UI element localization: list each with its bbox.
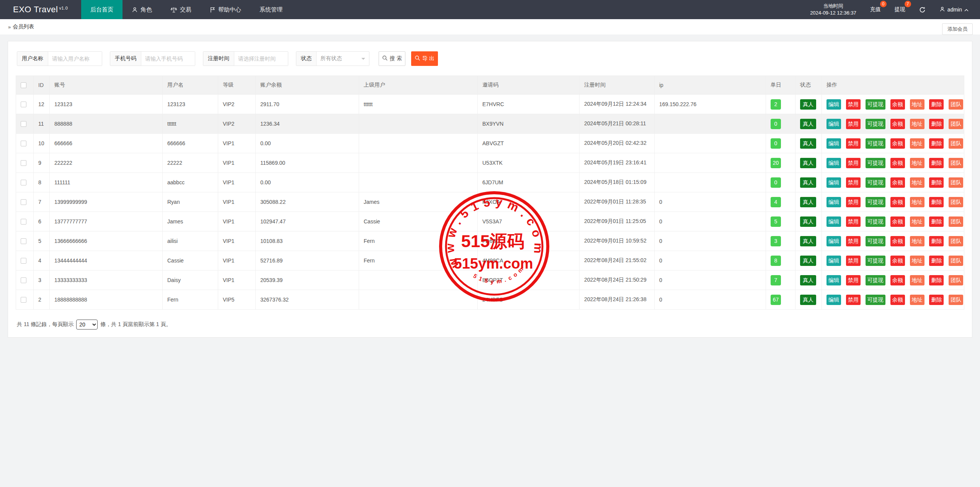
ban-button[interactable]: 禁用 [846,216,861,227]
page-size-select[interactable]: 20 [76,320,98,330]
balance-button[interactable]: 余额 [890,99,905,110]
withdrawable-button[interactable]: 可提现 [866,197,885,207]
balance-button[interactable]: 余额 [890,197,905,207]
row-checkbox[interactable] [21,238,26,244]
delete-button[interactable]: 删除 [929,275,944,285]
status-badge[interactable]: 真人 [800,216,816,227]
address-button[interactable]: 地址 [910,119,924,129]
ban-button[interactable]: 禁用 [846,256,861,266]
balance-button[interactable]: 余额 [890,295,905,305]
search-button[interactable]: 搜 索 [379,51,405,66]
phone-input[interactable] [141,52,195,66]
delete-button[interactable]: 删除 [929,119,944,129]
withdrawable-button[interactable]: 可提现 [866,177,885,188]
ban-button[interactable]: 禁用 [846,295,861,305]
balance-button[interactable]: 余额 [890,177,905,188]
team-button[interactable]: 团队 [949,295,963,305]
withdrawable-button[interactable]: 可提现 [866,158,885,168]
balance-button[interactable]: 余额 [890,256,905,266]
address-button[interactable]: 地址 [910,158,924,168]
balance-button[interactable]: 余额 [890,216,905,227]
balance-button[interactable]: 余额 [890,158,905,168]
withdrawable-button[interactable]: 可提现 [866,256,885,266]
balance-button[interactable]: 余额 [890,236,905,246]
team-button[interactable]: 团队 [949,197,963,207]
withdrawable-button[interactable]: 可提现 [866,236,885,246]
ban-button[interactable]: 禁用 [846,177,861,188]
delete-button[interactable]: 删除 [929,216,944,227]
edit-button[interactable]: 编辑 [826,158,841,168]
team-button[interactable]: 团队 [949,138,963,149]
row-checkbox[interactable] [21,219,26,225]
edit-button[interactable]: 编辑 [826,197,841,207]
address-button[interactable]: 地址 [910,295,924,305]
export-button[interactable]: 导 出 [411,51,438,66]
row-checkbox[interactable] [21,297,26,303]
nav-item-help-center[interactable]: 帮助中心 [201,0,250,19]
nav-item-system[interactable]: 系统管理 [250,0,292,19]
delete-button[interactable]: 删除 [929,256,944,266]
row-checkbox[interactable] [21,277,26,283]
delete-button[interactable]: 删除 [929,158,944,168]
status-badge[interactable]: 真人 [800,275,816,285]
edit-button[interactable]: 编辑 [826,177,841,188]
team-button[interactable]: 团队 [949,177,963,188]
withdrawable-button[interactable]: 可提现 [866,138,885,149]
nav-item-roles[interactable]: 角色 [122,0,161,19]
withdrawable-button[interactable]: 可提现 [866,119,885,129]
withdrawable-button[interactable]: 可提现 [866,275,885,285]
edit-button[interactable]: 编辑 [826,138,841,149]
team-button[interactable]: 团队 [949,158,963,168]
withdrawable-button[interactable]: 可提现 [866,295,885,305]
status-badge[interactable]: 真人 [800,197,816,207]
balance-button[interactable]: 余额 [890,275,905,285]
row-checkbox[interactable] [21,258,26,264]
balance-button[interactable]: 余额 [890,138,905,149]
status-badge[interactable]: 真人 [800,119,816,129]
address-button[interactable]: 地址 [910,275,924,285]
address-button[interactable]: 地址 [910,216,924,227]
row-checkbox[interactable] [21,199,26,205]
withdraw-link[interactable]: 提现 7 [895,6,905,13]
row-checkbox[interactable] [21,121,26,127]
status-badge[interactable]: 真人 [800,99,816,110]
delete-button[interactable]: 删除 [929,138,944,149]
team-button[interactable]: 团队 [949,275,963,285]
ban-button[interactable]: 禁用 [846,236,861,246]
recharge-link[interactable]: 充值 0 [870,6,881,13]
address-button[interactable]: 地址 [910,177,924,188]
delete-button[interactable]: 删除 [929,177,944,188]
user-menu[interactable]: admin [939,6,969,13]
status-badge[interactable]: 真人 [800,236,816,246]
balance-button[interactable]: 余额 [890,119,905,129]
ban-button[interactable]: 禁用 [846,138,861,149]
address-button[interactable]: 地址 [910,197,924,207]
status-badge[interactable]: 真人 [800,295,816,305]
nav-item-trade[interactable]: 交易 [161,0,201,19]
address-button[interactable]: 地址 [910,138,924,149]
ban-button[interactable]: 禁用 [846,158,861,168]
delete-button[interactable]: 删除 [929,99,944,110]
status-badge[interactable]: 真人 [800,177,816,188]
regtime-input[interactable] [234,52,288,66]
status-badge[interactable]: 真人 [800,138,816,149]
address-button[interactable]: 地址 [910,99,924,110]
username-input[interactable] [48,52,102,66]
edit-button[interactable]: 编辑 [826,275,841,285]
ban-button[interactable]: 禁用 [846,99,861,110]
edit-button[interactable]: 编辑 [826,236,841,246]
refresh-icon[interactable] [919,7,926,13]
delete-button[interactable]: 删除 [929,295,944,305]
withdrawable-button[interactable]: 可提现 [866,99,885,110]
status-badge[interactable]: 真人 [800,158,816,168]
edit-button[interactable]: 编辑 [826,99,841,110]
select-all-checkbox[interactable] [21,82,26,88]
row-checkbox[interactable] [21,102,26,107]
delete-button[interactable]: 删除 [929,236,944,246]
nav-item-dashboard[interactable]: 后台首页 [81,0,122,19]
row-checkbox[interactable] [21,180,26,185]
team-button[interactable]: 团队 [949,236,963,246]
delete-button[interactable]: 删除 [929,197,944,207]
team-button[interactable]: 团队 [949,119,963,129]
row-checkbox[interactable] [21,141,26,146]
